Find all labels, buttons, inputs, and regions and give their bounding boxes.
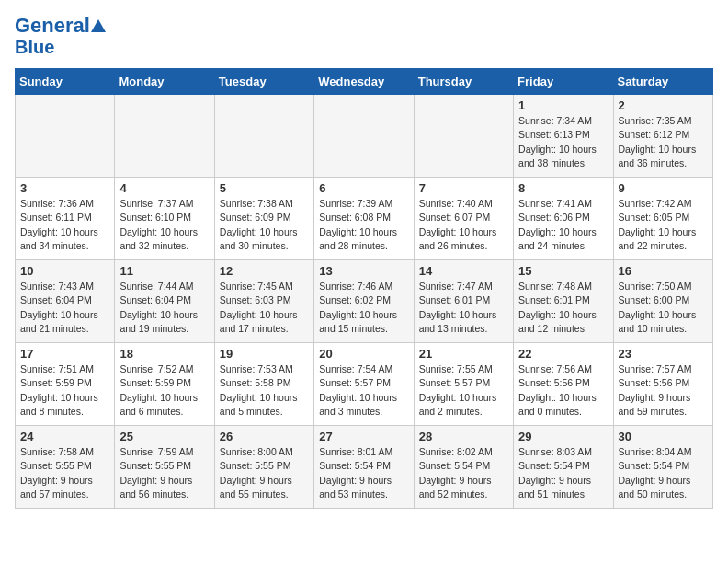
day-info: Sunrise: 8:01 AM Sunset: 5:54 PM Dayligh… <box>319 445 408 501</box>
day-info: Sunrise: 7:40 AM Sunset: 6:07 PM Dayligh… <box>419 197 508 253</box>
logo-blue: Blue <box>15 37 54 57</box>
day-number: 11 <box>119 264 209 278</box>
calendar-cell-w2-d3: 13Sunrise: 7:46 AM Sunset: 6:02 PM Dayli… <box>314 260 414 343</box>
calendar-cell-w3-d6: 23Sunrise: 7:57 AM Sunset: 5:56 PM Dayli… <box>613 343 712 426</box>
day-info: Sunrise: 7:50 AM Sunset: 6:00 PM Dayligh… <box>619 280 708 336</box>
day-number: 14 <box>419 264 508 278</box>
day-number: 6 <box>319 181 408 195</box>
day-number: 30 <box>619 430 708 443</box>
calendar-cell-w1-d0: 3Sunrise: 7:36 AM Sunset: 6:11 PM Daylig… <box>16 178 115 260</box>
col-header-monday: Monday <box>115 69 214 95</box>
day-info: Sunrise: 7:35 AM Sunset: 6:12 PM Dayligh… <box>619 114 708 170</box>
calendar-cell-w4-d2: 26Sunrise: 8:00 AM Sunset: 5:55 PM Dayli… <box>214 426 313 509</box>
logo-general: General <box>15 15 90 37</box>
day-number: 27 <box>319 430 408 443</box>
day-number: 18 <box>119 347 209 361</box>
day-info: Sunrise: 7:34 AM Sunset: 6:13 PM Dayligh… <box>518 114 608 170</box>
day-info: Sunrise: 7:44 AM Sunset: 6:04 PM Dayligh… <box>119 280 209 336</box>
calendar-cell-w3-d4: 21Sunrise: 7:55 AM Sunset: 5:57 PM Dayli… <box>414 343 513 426</box>
col-header-friday: Friday <box>514 69 613 95</box>
calendar-cell-w0-d6: 2Sunrise: 7:35 AM Sunset: 6:12 PM Daylig… <box>613 95 712 178</box>
calendar-cell-w2-d6: 16Sunrise: 7:50 AM Sunset: 6:00 PM Dayli… <box>613 260 712 343</box>
day-number: 7 <box>419 181 508 195</box>
calendar-cell-w4-d6: 30Sunrise: 8:04 AM Sunset: 5:54 PM Dayli… <box>613 426 712 509</box>
calendar-cell-w3-d1: 18Sunrise: 7:52 AM Sunset: 5:59 PM Dayli… <box>115 343 214 426</box>
day-number: 8 <box>518 181 608 195</box>
day-info: Sunrise: 7:41 AM Sunset: 6:06 PM Dayligh… <box>518 197 608 253</box>
day-info: Sunrise: 7:56 AM Sunset: 5:56 PM Dayligh… <box>518 362 608 419</box>
calendar-cell-w4-d0: 24Sunrise: 7:58 AM Sunset: 5:55 PM Dayli… <box>16 426 115 509</box>
day-info: Sunrise: 7:43 AM Sunset: 6:04 PM Dayligh… <box>20 280 109 336</box>
day-number: 13 <box>319 264 408 278</box>
calendar-cell-w0-d2 <box>214 95 313 178</box>
day-number: 2 <box>619 98 708 112</box>
calendar-table: SundayMondayTuesdayWednesdayThursdayFrid… <box>15 68 713 509</box>
day-number: 19 <box>220 347 309 361</box>
day-number: 4 <box>119 181 209 195</box>
calendar-cell-w3-d3: 20Sunrise: 7:54 AM Sunset: 5:57 PM Dayli… <box>314 343 414 426</box>
day-info: Sunrise: 8:00 AM Sunset: 5:55 PM Dayligh… <box>220 445 309 501</box>
logo-icon <box>90 17 107 34</box>
day-number: 25 <box>119 430 209 443</box>
day-number: 5 <box>220 181 309 195</box>
day-info: Sunrise: 7:55 AM Sunset: 5:57 PM Dayligh… <box>419 362 508 419</box>
day-number: 24 <box>20 430 109 443</box>
day-number: 20 <box>319 347 408 361</box>
col-header-wednesday: Wednesday <box>314 69 414 95</box>
calendar-cell-w0-d4 <box>414 95 513 178</box>
col-header-tuesday: Tuesday <box>214 69 313 95</box>
calendar-cell-w2-d4: 14Sunrise: 7:47 AM Sunset: 6:01 PM Dayli… <box>414 260 513 343</box>
col-header-saturday: Saturday <box>613 69 712 95</box>
day-info: Sunrise: 7:45 AM Sunset: 6:03 PM Dayligh… <box>220 280 309 336</box>
calendar-cell-w0-d0 <box>16 95 115 178</box>
calendar-cell-w3-d5: 22Sunrise: 7:56 AM Sunset: 5:56 PM Dayli… <box>514 343 613 426</box>
svg-marker-0 <box>91 19 106 32</box>
page-header: General Blue <box>15 15 713 57</box>
day-number: 15 <box>518 264 608 278</box>
day-info: Sunrise: 7:42 AM Sunset: 6:05 PM Dayligh… <box>619 197 708 253</box>
calendar-cell-w3-d2: 19Sunrise: 7:53 AM Sunset: 5:58 PM Dayli… <box>214 343 313 426</box>
calendar-cell-w2-d1: 11Sunrise: 7:44 AM Sunset: 6:04 PM Dayli… <box>115 260 214 343</box>
day-info: Sunrise: 7:54 AM Sunset: 5:57 PM Dayligh… <box>319 362 408 419</box>
day-info: Sunrise: 8:03 AM Sunset: 5:54 PM Dayligh… <box>518 445 608 501</box>
col-header-thursday: Thursday <box>414 69 513 95</box>
calendar-cell-w1-d4: 7Sunrise: 7:40 AM Sunset: 6:07 PM Daylig… <box>414 178 513 260</box>
calendar-cell-w2-d0: 10Sunrise: 7:43 AM Sunset: 6:04 PM Dayli… <box>16 260 115 343</box>
day-number: 10 <box>20 264 109 278</box>
day-info: Sunrise: 8:02 AM Sunset: 5:54 PM Dayligh… <box>419 445 508 501</box>
day-number: 28 <box>419 430 508 443</box>
day-info: Sunrise: 7:47 AM Sunset: 6:01 PM Dayligh… <box>419 280 508 336</box>
day-number: 26 <box>220 430 309 443</box>
day-number: 21 <box>419 347 508 361</box>
calendar-cell-w4-d5: 29Sunrise: 8:03 AM Sunset: 5:54 PM Dayli… <box>514 426 613 509</box>
calendar-cell-w0-d1 <box>115 95 214 178</box>
calendar-cell-w1-d3: 6Sunrise: 7:39 AM Sunset: 6:08 PM Daylig… <box>314 178 414 260</box>
calendar-cell-w0-d5: 1Sunrise: 7:34 AM Sunset: 6:13 PM Daylig… <box>514 95 613 178</box>
day-number: 12 <box>220 264 309 278</box>
calendar-cell-w1-d1: 4Sunrise: 7:37 AM Sunset: 6:10 PM Daylig… <box>115 178 214 260</box>
calendar-cell-w2-d5: 15Sunrise: 7:48 AM Sunset: 6:01 PM Dayli… <box>514 260 613 343</box>
day-number: 9 <box>619 181 708 195</box>
logo: General Blue <box>15 15 107 57</box>
day-info: Sunrise: 7:48 AM Sunset: 6:01 PM Dayligh… <box>518 280 608 336</box>
calendar-cell-w2-d2: 12Sunrise: 7:45 AM Sunset: 6:03 PM Dayli… <box>214 260 313 343</box>
calendar-cell-w1-d2: 5Sunrise: 7:38 AM Sunset: 6:09 PM Daylig… <box>214 178 313 260</box>
calendar-cell-w1-d5: 8Sunrise: 7:41 AM Sunset: 6:06 PM Daylig… <box>514 178 613 260</box>
day-number: 17 <box>20 347 109 361</box>
calendar-cell-w4-d3: 27Sunrise: 8:01 AM Sunset: 5:54 PM Dayli… <box>314 426 414 509</box>
day-number: 16 <box>619 264 708 278</box>
day-info: Sunrise: 7:39 AM Sunset: 6:08 PM Dayligh… <box>319 197 408 253</box>
day-number: 1 <box>518 98 608 112</box>
day-info: Sunrise: 7:59 AM Sunset: 5:55 PM Dayligh… <box>119 445 209 501</box>
calendar-cell-w4-d1: 25Sunrise: 7:59 AM Sunset: 5:55 PM Dayli… <box>115 426 214 509</box>
calendar-cell-w3-d0: 17Sunrise: 7:51 AM Sunset: 5:59 PM Dayli… <box>16 343 115 426</box>
day-number: 29 <box>518 430 608 443</box>
day-info: Sunrise: 8:04 AM Sunset: 5:54 PM Dayligh… <box>619 445 708 501</box>
day-info: Sunrise: 7:37 AM Sunset: 6:10 PM Dayligh… <box>119 197 209 253</box>
calendar-cell-w4-d4: 28Sunrise: 8:02 AM Sunset: 5:54 PM Dayli… <box>414 426 513 509</box>
col-header-sunday: Sunday <box>16 69 115 95</box>
day-info: Sunrise: 7:51 AM Sunset: 5:59 PM Dayligh… <box>20 362 109 419</box>
day-number: 22 <box>518 347 608 361</box>
day-info: Sunrise: 7:36 AM Sunset: 6:11 PM Dayligh… <box>20 197 109 253</box>
day-info: Sunrise: 7:46 AM Sunset: 6:02 PM Dayligh… <box>319 280 408 336</box>
